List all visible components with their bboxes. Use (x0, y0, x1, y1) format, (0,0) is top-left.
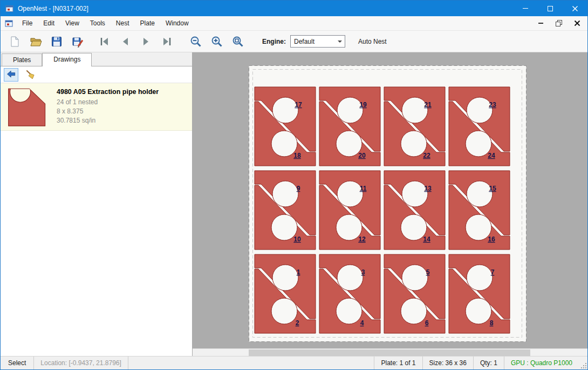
statusbar-qty: Qty: 1 (473, 356, 504, 369)
scrollbar-thumb[interactable] (249, 349, 530, 356)
tab-drawings[interactable]: Drawings (42, 53, 92, 66)
new-button[interactable] (6, 33, 23, 50)
drawings-toolbar (1, 66, 192, 83)
part-notch (467, 265, 493, 291)
menu-window[interactable]: Window (160, 16, 194, 30)
left-panel: Plates Drawings (1, 52, 193, 356)
save-edit-button[interactable] (69, 33, 86, 50)
save-button[interactable] (48, 33, 65, 50)
statusbar: Select Location: [-0.9437, 21.8796] Plat… (1, 356, 587, 369)
zoom-in-icon (210, 35, 223, 48)
child-restore-icon (556, 20, 562, 26)
window-title: OpenNest - [N0317-002] (18, 5, 88, 12)
menu-file[interactable]: File (17, 16, 38, 30)
part-number: 3 (361, 268, 365, 276)
part-number: 11 (360, 185, 367, 192)
horizontal-scrollbar[interactable] (193, 348, 587, 356)
part-notch (466, 298, 491, 324)
part-number: 10 (293, 236, 301, 243)
open-button[interactable] (27, 33, 44, 50)
zoom-out-button[interactable] (187, 33, 204, 50)
part-number: 2 (296, 319, 299, 327)
drawings-tab-page: 4980 A05 Extraction pipe holder 24 of 1 … (1, 66, 192, 356)
part-notch (272, 265, 298, 291)
child-close-button[interactable] (572, 18, 582, 28)
menu-plate[interactable]: Plate (135, 16, 160, 30)
part-number: 13 (424, 185, 432, 192)
drawing-list-item[interactable]: 4980 A05 Extraction pipe holder 24 of 1 … (1, 83, 192, 131)
statusbar-size: Size: 36 x 36 (422, 356, 473, 369)
nav-last-icon (161, 35, 174, 48)
statusbar-location: Location: [-0.9437, 21.8796] (34, 356, 128, 369)
main-toolbar: Engine: Default Auto Nest (1, 31, 587, 52)
part-number: 5 (426, 268, 430, 276)
statusbar-mode: Select (1, 356, 34, 369)
menu-nest[interactable]: Nest (111, 16, 135, 30)
auto-nest-button[interactable]: Auto Nest (354, 36, 391, 48)
part-number: 23 (489, 101, 496, 109)
first-plate-button[interactable] (95, 33, 113, 50)
return-arrow-icon (6, 69, 17, 80)
part-number: 12 (358, 236, 366, 243)
part-notch (271, 298, 297, 324)
statusbar-plate: Plate: 1 of 1 (374, 356, 422, 369)
part-number: 18 (293, 152, 301, 159)
part-notch (337, 265, 363, 291)
statusbar-spacer (128, 356, 374, 369)
maximize-button[interactable] (538, 1, 563, 16)
tab-plates[interactable]: Plates (2, 53, 42, 66)
child-minimize-button[interactable] (536, 18, 545, 28)
zoom-in-button[interactable] (208, 33, 225, 50)
part-number: 4 (360, 319, 364, 327)
broom-icon (25, 69, 36, 80)
return-parts-button[interactable] (4, 68, 18, 82)
engine-label: Engine: (262, 38, 286, 45)
chevron-down-icon (335, 36, 345, 47)
child-restore-button[interactable] (554, 18, 564, 28)
zoom-fit-icon (231, 35, 244, 48)
part-number: 14 (423, 236, 430, 243)
minimize-button[interactable] (513, 1, 538, 16)
zoom-out-icon (189, 35, 202, 48)
nav-previous-icon (119, 35, 132, 48)
next-plate-button[interactable] (138, 33, 155, 50)
resize-grip[interactable] (579, 356, 587, 369)
titlebar[interactable]: OpenNest - [N0317-002] (1, 1, 587, 16)
engine-select[interactable]: Default (290, 35, 345, 48)
close-button[interactable] (563, 1, 587, 16)
nav-first-icon (98, 35, 111, 48)
menu-tools[interactable]: Tools (85, 16, 111, 30)
zoom-fit-button[interactable] (229, 33, 247, 50)
drawing-title: 4980 A05 Extraction pipe holder (57, 88, 159, 96)
part-number: 16 (488, 236, 495, 243)
open-folder-icon (29, 35, 42, 48)
new-document-icon (8, 35, 21, 48)
part-number: 24 (488, 152, 495, 159)
clean-button[interactable] (23, 68, 37, 82)
part-number: 1 (297, 268, 300, 276)
child-window-icon[interactable] (5, 19, 13, 28)
drawing-size: 8 x 8.375 (57, 107, 159, 116)
maximize-icon (548, 6, 553, 11)
close-icon (572, 5, 578, 12)
part-number: 8 (490, 319, 494, 327)
part-number: 15 (489, 185, 496, 192)
menu-edit[interactable]: Edit (38, 16, 60, 30)
part-number: 22 (423, 152, 430, 159)
part-number: 20 (358, 152, 366, 159)
part-number: 6 (425, 319, 429, 327)
drawing-area: 30.7815 sq/in (57, 116, 159, 125)
last-plate-button[interactable] (159, 33, 176, 50)
minimize-icon (523, 8, 528, 9)
statusbar-gpu: GPU : Quadro P1000 (504, 356, 579, 369)
part-notch (272, 181, 298, 207)
drawing-nested-count: 24 of 1 nested (57, 98, 159, 107)
panel-tabs: Plates Drawings (1, 52, 192, 66)
menu-view[interactable]: View (60, 16, 85, 30)
part-notch (402, 265, 428, 291)
save-edit-icon (71, 35, 84, 48)
part-number: 9 (297, 185, 300, 192)
previous-plate-button[interactable] (117, 33, 134, 50)
nest-canvas[interactable]: 171819202122232491011121314151612345678 (193, 52, 587, 356)
part-thumbnail (5, 86, 49, 127)
